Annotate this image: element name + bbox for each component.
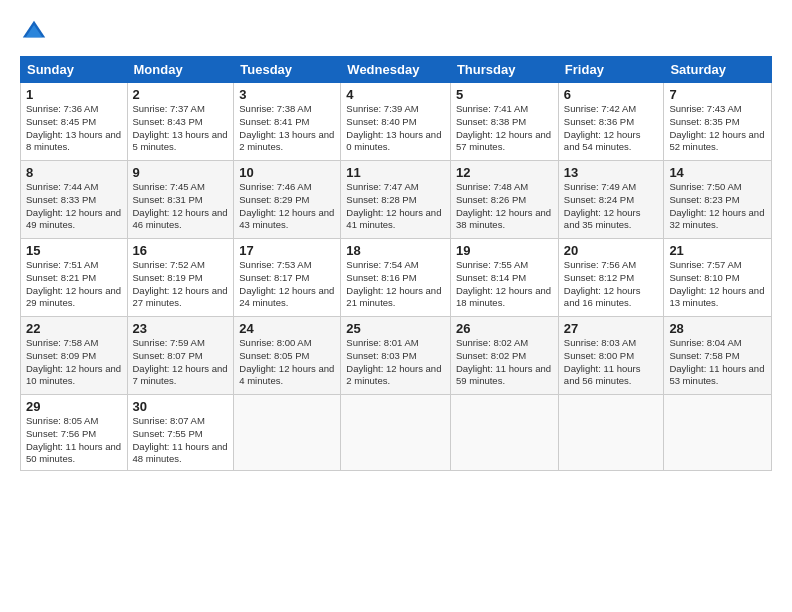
- day-info: Sunrise: 7:48 AMSunset: 8:26 PMDaylight:…: [456, 181, 553, 232]
- day-info: Sunrise: 8:05 AMSunset: 7:56 PMDaylight:…: [26, 415, 122, 466]
- day-info: Sunrise: 7:52 AMSunset: 8:19 PMDaylight:…: [133, 259, 229, 310]
- day-number: 11: [346, 165, 445, 180]
- day-number: 13: [564, 165, 659, 180]
- day-number: 4: [346, 87, 445, 102]
- day-number: 25: [346, 321, 445, 336]
- table-cell: [341, 395, 451, 471]
- day-info: Sunrise: 7:56 AMSunset: 8:12 PMDaylight:…: [564, 259, 659, 310]
- table-cell: 19Sunrise: 7:55 AMSunset: 8:14 PMDayligh…: [450, 239, 558, 317]
- day-info: Sunrise: 7:43 AMSunset: 8:35 PMDaylight:…: [669, 103, 766, 154]
- day-number: 9: [133, 165, 229, 180]
- table-cell: 24Sunrise: 8:00 AMSunset: 8:05 PMDayligh…: [234, 317, 341, 395]
- page: Sunday Monday Tuesday Wednesday Thursday…: [0, 0, 792, 481]
- table-cell: 28Sunrise: 8:04 AMSunset: 7:58 PMDayligh…: [664, 317, 772, 395]
- day-info: Sunrise: 7:38 AMSunset: 8:41 PMDaylight:…: [239, 103, 335, 154]
- day-info: Sunrise: 7:53 AMSunset: 8:17 PMDaylight:…: [239, 259, 335, 310]
- table-row: 22Sunrise: 7:58 AMSunset: 8:09 PMDayligh…: [21, 317, 772, 395]
- col-wednesday: Wednesday: [341, 57, 451, 83]
- day-info: Sunrise: 7:47 AMSunset: 8:28 PMDaylight:…: [346, 181, 445, 232]
- day-info: Sunrise: 7:57 AMSunset: 8:10 PMDaylight:…: [669, 259, 766, 310]
- day-number: 28: [669, 321, 766, 336]
- table-cell: 1Sunrise: 7:36 AMSunset: 8:45 PMDaylight…: [21, 83, 128, 161]
- day-number: 17: [239, 243, 335, 258]
- table-cell: [234, 395, 341, 471]
- day-info: Sunrise: 7:36 AMSunset: 8:45 PMDaylight:…: [26, 103, 122, 154]
- day-number: 10: [239, 165, 335, 180]
- table-cell: 14Sunrise: 7:50 AMSunset: 8:23 PMDayligh…: [664, 161, 772, 239]
- table-cell: 11Sunrise: 7:47 AMSunset: 8:28 PMDayligh…: [341, 161, 451, 239]
- day-number: 1: [26, 87, 122, 102]
- day-number: 7: [669, 87, 766, 102]
- day-info: Sunrise: 7:46 AMSunset: 8:29 PMDaylight:…: [239, 181, 335, 232]
- table-cell: 10Sunrise: 7:46 AMSunset: 8:29 PMDayligh…: [234, 161, 341, 239]
- day-number: 3: [239, 87, 335, 102]
- table-cell: [450, 395, 558, 471]
- day-number: 2: [133, 87, 229, 102]
- table-cell: 6Sunrise: 7:42 AMSunset: 8:36 PMDaylight…: [558, 83, 664, 161]
- table-cell: 22Sunrise: 7:58 AMSunset: 8:09 PMDayligh…: [21, 317, 128, 395]
- header: [20, 18, 772, 46]
- day-number: 23: [133, 321, 229, 336]
- col-sunday: Sunday: [21, 57, 128, 83]
- day-number: 18: [346, 243, 445, 258]
- table-cell: 7Sunrise: 7:43 AMSunset: 8:35 PMDaylight…: [664, 83, 772, 161]
- table-cell: 8Sunrise: 7:44 AMSunset: 8:33 PMDaylight…: [21, 161, 128, 239]
- logo: [20, 22, 50, 46]
- day-number: 26: [456, 321, 553, 336]
- day-number: 29: [26, 399, 122, 414]
- day-info: Sunrise: 7:37 AMSunset: 8:43 PMDaylight:…: [133, 103, 229, 154]
- day-info: Sunrise: 8:02 AMSunset: 8:02 PMDaylight:…: [456, 337, 553, 388]
- table-cell: 9Sunrise: 7:45 AMSunset: 8:31 PMDaylight…: [127, 161, 234, 239]
- table-cell: 29Sunrise: 8:05 AMSunset: 7:56 PMDayligh…: [21, 395, 128, 471]
- table-cell: 15Sunrise: 7:51 AMSunset: 8:21 PMDayligh…: [21, 239, 128, 317]
- day-number: 8: [26, 165, 122, 180]
- day-info: Sunrise: 7:50 AMSunset: 8:23 PMDaylight:…: [669, 181, 766, 232]
- calendar-table: Sunday Monday Tuesday Wednesday Thursday…: [20, 56, 772, 471]
- table-cell: 4Sunrise: 7:39 AMSunset: 8:40 PMDaylight…: [341, 83, 451, 161]
- table-cell: 18Sunrise: 7:54 AMSunset: 8:16 PMDayligh…: [341, 239, 451, 317]
- col-thursday: Thursday: [450, 57, 558, 83]
- table-cell: 26Sunrise: 8:02 AMSunset: 8:02 PMDayligh…: [450, 317, 558, 395]
- day-info: Sunrise: 8:00 AMSunset: 8:05 PMDaylight:…: [239, 337, 335, 388]
- day-info: Sunrise: 7:54 AMSunset: 8:16 PMDaylight:…: [346, 259, 445, 310]
- day-info: Sunrise: 8:04 AMSunset: 7:58 PMDaylight:…: [669, 337, 766, 388]
- table-row: 29Sunrise: 8:05 AMSunset: 7:56 PMDayligh…: [21, 395, 772, 471]
- col-saturday: Saturday: [664, 57, 772, 83]
- col-tuesday: Tuesday: [234, 57, 341, 83]
- day-info: Sunrise: 7:44 AMSunset: 8:33 PMDaylight:…: [26, 181, 122, 232]
- table-cell: 25Sunrise: 8:01 AMSunset: 8:03 PMDayligh…: [341, 317, 451, 395]
- day-number: 21: [669, 243, 766, 258]
- day-info: Sunrise: 7:45 AMSunset: 8:31 PMDaylight:…: [133, 181, 229, 232]
- day-info: Sunrise: 8:07 AMSunset: 7:55 PMDaylight:…: [133, 415, 229, 466]
- day-info: Sunrise: 7:55 AMSunset: 8:14 PMDaylight:…: [456, 259, 553, 310]
- day-number: 30: [133, 399, 229, 414]
- day-info: Sunrise: 8:01 AMSunset: 8:03 PMDaylight:…: [346, 337, 445, 388]
- day-info: Sunrise: 7:42 AMSunset: 8:36 PMDaylight:…: [564, 103, 659, 154]
- day-info: Sunrise: 7:41 AMSunset: 8:38 PMDaylight:…: [456, 103, 553, 154]
- table-row: 1Sunrise: 7:36 AMSunset: 8:45 PMDaylight…: [21, 83, 772, 161]
- table-cell: 2Sunrise: 7:37 AMSunset: 8:43 PMDaylight…: [127, 83, 234, 161]
- table-cell: 13Sunrise: 7:49 AMSunset: 8:24 PMDayligh…: [558, 161, 664, 239]
- table-cell: 5Sunrise: 7:41 AMSunset: 8:38 PMDaylight…: [450, 83, 558, 161]
- day-info: Sunrise: 7:58 AMSunset: 8:09 PMDaylight:…: [26, 337, 122, 388]
- table-cell: [664, 395, 772, 471]
- day-number: 20: [564, 243, 659, 258]
- day-info: Sunrise: 7:51 AMSunset: 8:21 PMDaylight:…: [26, 259, 122, 310]
- day-number: 15: [26, 243, 122, 258]
- table-row: 8Sunrise: 7:44 AMSunset: 8:33 PMDaylight…: [21, 161, 772, 239]
- table-cell: [558, 395, 664, 471]
- day-number: 22: [26, 321, 122, 336]
- day-number: 6: [564, 87, 659, 102]
- day-number: 24: [239, 321, 335, 336]
- col-monday: Monday: [127, 57, 234, 83]
- table-cell: 17Sunrise: 7:53 AMSunset: 8:17 PMDayligh…: [234, 239, 341, 317]
- table-cell: 20Sunrise: 7:56 AMSunset: 8:12 PMDayligh…: [558, 239, 664, 317]
- day-number: 5: [456, 87, 553, 102]
- table-cell: 16Sunrise: 7:52 AMSunset: 8:19 PMDayligh…: [127, 239, 234, 317]
- day-number: 27: [564, 321, 659, 336]
- header-row: Sunday Monday Tuesday Wednesday Thursday…: [21, 57, 772, 83]
- day-number: 14: [669, 165, 766, 180]
- logo-icon: [20, 18, 48, 46]
- day-number: 12: [456, 165, 553, 180]
- day-number: 19: [456, 243, 553, 258]
